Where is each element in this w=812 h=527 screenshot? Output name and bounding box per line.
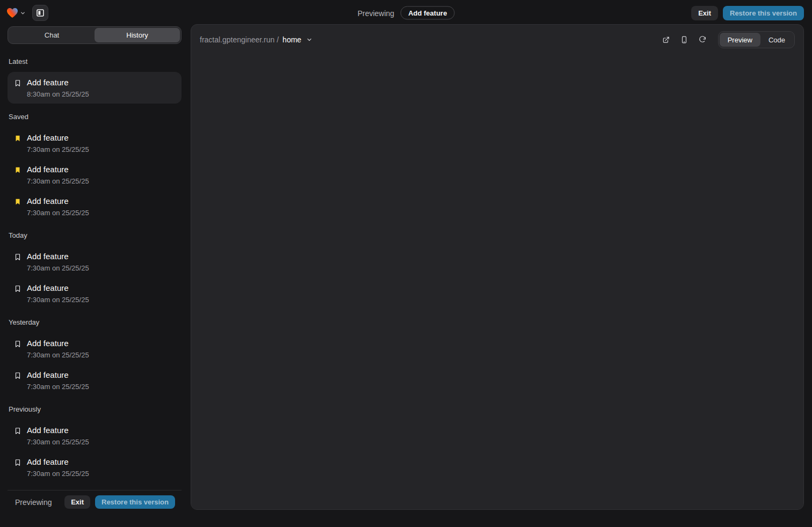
bookmark-icon xyxy=(14,284,21,293)
history-item[interactable]: Add feature 7:30am on 25/25/25 xyxy=(8,333,182,364)
bookmark-icon xyxy=(14,371,21,380)
history-item-time: 7:30am on 25/25/25 xyxy=(27,296,89,304)
brand[interactable] xyxy=(6,8,26,18)
history-item-title: Add feature xyxy=(27,133,89,143)
history-item[interactable]: Add feature 7:30am on 25/25/25 xyxy=(8,364,182,396)
history-item-time: 7:30am on 25/25/25 xyxy=(27,438,89,446)
history-item-title: Add feature xyxy=(27,457,89,467)
history-item-time: 7:30am on 25/25/25 xyxy=(27,351,89,359)
refresh-icon[interactable] xyxy=(695,33,709,47)
bookmark-filled-icon xyxy=(14,134,21,143)
section-title-yesterday: Yesterday xyxy=(9,318,180,326)
version-badge: Add feature xyxy=(401,6,454,20)
bookmark-filled-icon xyxy=(14,166,21,174)
chat-history-toggle: Chat History xyxy=(8,26,182,44)
bookmark-icon xyxy=(14,427,21,435)
history-item-title: Add feature xyxy=(27,251,89,261)
history-item-time: 8:30am on 25/25/25 xyxy=(27,90,89,98)
history-item-time: 7:30am on 25/25/25 xyxy=(27,264,89,272)
exit-button[interactable]: Exit xyxy=(691,6,718,20)
history-item-title: Add feature xyxy=(27,164,89,174)
section-title-today: Today xyxy=(9,231,180,239)
previewing-label: Previewing xyxy=(358,9,394,17)
app-body: Chat History Latest Add feature 8:30am o… xyxy=(0,26,812,518)
section-title-latest: Latest xyxy=(9,57,180,65)
chevron-down-icon[interactable] xyxy=(20,10,26,16)
history-item-time: 7:30am on 25/25/25 xyxy=(27,145,89,153)
history-item-title: Add feature xyxy=(27,338,89,348)
history-item[interactable]: Add feature 7:30am on 25/25/25 xyxy=(8,420,182,451)
preview-panel: fractal.gptengineer.run / home xyxy=(191,24,804,510)
history-item[interactable]: Add feature 7:30am on 25/25/25 xyxy=(8,246,182,277)
preview-viewport xyxy=(191,54,803,509)
exit-button[interactable]: Exit xyxy=(64,495,90,509)
history-item[interactable]: Add feature 8:30am on 25/25/25 xyxy=(8,72,182,104)
external-link-icon[interactable] xyxy=(659,33,673,47)
tab-preview[interactable]: Preview xyxy=(720,33,760,47)
bookmark-icon xyxy=(14,79,21,87)
section-title-saved: Saved xyxy=(9,113,180,121)
history-item[interactable]: Add feature 7:30am on 25/25/25 xyxy=(8,451,182,483)
history-item[interactable]: Add feature 7:30am on 25/25/25 xyxy=(8,159,182,191)
url-prefix: fractal.gptengineer.run / xyxy=(200,35,279,44)
history-item-time: 7:30am on 25/25/25 xyxy=(27,177,89,185)
panel-left-icon[interactable] xyxy=(32,5,48,21)
bookmark-icon xyxy=(14,340,21,348)
history-item-time: 7:30am on 25/25/25 xyxy=(27,209,89,217)
url-page: home xyxy=(282,35,301,44)
smartphone-icon[interactable] xyxy=(677,33,691,47)
history-sidebar: Chat History Latest Add feature 8:30am o… xyxy=(8,26,182,510)
restore-version-button[interactable]: Restore this version xyxy=(723,6,804,20)
tab-history[interactable]: History xyxy=(95,28,180,42)
history-item-title: Add feature xyxy=(27,370,89,380)
history-item-title: Add feature xyxy=(27,425,89,435)
history-list: Latest Add feature 8:30am on 25/25/25 Sa… xyxy=(8,44,182,490)
chevron-down-icon xyxy=(306,36,313,43)
preview-code-toggle: Preview Code xyxy=(718,31,795,48)
heart-logo-icon xyxy=(6,8,18,18)
previewing-status: Previewing xyxy=(15,498,52,507)
history-item-time: 7:30am on 25/25/25 xyxy=(27,470,89,478)
section-title-previously: Previously xyxy=(9,405,180,413)
sidebar-footer: Previewing Exit Restore this version xyxy=(8,490,182,510)
tab-code[interactable]: Code xyxy=(760,33,793,47)
tab-chat[interactable]: Chat xyxy=(9,28,95,42)
history-item-title: Add feature xyxy=(27,283,89,293)
top-bar: Previewing Add feature Exit Restore this… xyxy=(0,0,812,26)
bookmark-filled-icon xyxy=(14,197,21,206)
restore-version-button[interactable]: Restore this version xyxy=(95,495,175,509)
history-item[interactable]: Add feature 7:30am on 25/25/25 xyxy=(8,127,182,159)
bookmark-icon xyxy=(14,458,21,467)
history-item[interactable]: Add feature 7:30am on 25/25/25 xyxy=(8,191,182,222)
bookmark-icon xyxy=(14,253,21,261)
history-item-title: Add feature xyxy=(27,77,89,87)
url-selector[interactable]: fractal.gptengineer.run / home xyxy=(200,35,313,44)
history-item-title: Add feature xyxy=(27,196,89,206)
history-item-time: 7:30am on 25/25/25 xyxy=(27,383,89,391)
history-item[interactable]: Add feature 7:30am on 25/25/25 xyxy=(8,277,182,309)
preview-header: fractal.gptengineer.run / home xyxy=(191,25,803,54)
